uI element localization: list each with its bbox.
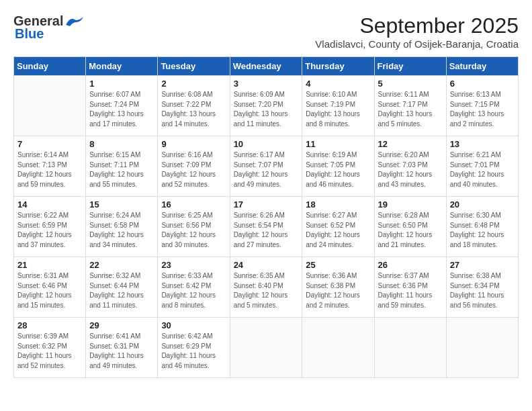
day-number: 26: [378, 260, 443, 270]
day-info: Sunrise: 6:41 AM Sunset: 6:31 PM Dayligh…: [89, 332, 154, 371]
calendar-week-row: 7Sunrise: 6:14 AM Sunset: 7:13 PM Daylig…: [14, 136, 519, 197]
day-number: 30: [161, 320, 226, 330]
day-of-week-header: Saturday: [446, 57, 518, 76]
day-number: 17: [234, 199, 299, 210]
day-info: Sunrise: 6:42 AM Sunset: 6:29 PM Dayligh…: [161, 332, 226, 371]
day-of-week-header: Wednesday: [230, 57, 302, 76]
calendar-day-cell: 7Sunrise: 6:14 AM Sunset: 7:13 PM Daylig…: [14, 136, 86, 197]
calendar-day-cell: 24Sunrise: 6:35 AM Sunset: 6:40 PM Dayli…: [230, 257, 302, 318]
day-info: Sunrise: 6:35 AM Sunset: 6:40 PM Dayligh…: [234, 271, 299, 310]
calendar-day-cell: 2Sunrise: 6:08 AM Sunset: 7:22 PM Daylig…: [158, 76, 230, 136]
calendar-day-cell: 10Sunrise: 6:17 AM Sunset: 7:07 PM Dayli…: [230, 136, 302, 197]
day-number: 6: [450, 79, 515, 89]
calendar-day-cell: 19Sunrise: 6:28 AM Sunset: 6:50 PM Dayli…: [374, 197, 446, 257]
day-number: 21: [17, 260, 82, 270]
day-number: 9: [161, 139, 226, 149]
day-number: 2: [161, 79, 226, 89]
calendar-day-cell: 12Sunrise: 6:20 AM Sunset: 7:03 PM Dayli…: [374, 136, 446, 197]
calendar-day-cell: [374, 318, 446, 378]
calendar-week-row: 21Sunrise: 6:31 AM Sunset: 6:46 PM Dayli…: [14, 257, 519, 318]
day-info: Sunrise: 6:10 AM Sunset: 7:19 PM Dayligh…: [306, 90, 370, 129]
day-number: 1: [89, 79, 154, 89]
day-info: Sunrise: 6:15 AM Sunset: 7:11 PM Dayligh…: [89, 150, 154, 189]
day-info: Sunrise: 6:22 AM Sunset: 6:59 PM Dayligh…: [17, 211, 82, 250]
calendar-day-cell: [302, 318, 374, 378]
day-number: 23: [161, 260, 226, 270]
calendar-week-row: 14Sunrise: 6:22 AM Sunset: 6:59 PM Dayli…: [14, 197, 519, 257]
day-info: Sunrise: 6:38 AM Sunset: 6:34 PM Dayligh…: [450, 271, 515, 310]
day-info: Sunrise: 6:25 AM Sunset: 6:56 PM Dayligh…: [161, 211, 226, 250]
day-info: Sunrise: 6:08 AM Sunset: 7:22 PM Dayligh…: [161, 90, 226, 129]
day-info: Sunrise: 6:11 AM Sunset: 7:17 PM Dayligh…: [378, 90, 443, 129]
day-info: Sunrise: 6:36 AM Sunset: 6:38 PM Dayligh…: [306, 271, 370, 310]
day-of-week-header: Thursday: [302, 57, 374, 76]
day-number: 20: [450, 199, 515, 210]
day-info: Sunrise: 6:17 AM Sunset: 7:07 PM Dayligh…: [234, 150, 299, 189]
day-info: Sunrise: 6:19 AM Sunset: 7:05 PM Dayligh…: [306, 150, 370, 189]
day-info: Sunrise: 6:07 AM Sunset: 7:24 PM Dayligh…: [89, 90, 154, 129]
calendar-day-cell: 29Sunrise: 6:41 AM Sunset: 6:31 PM Dayli…: [86, 318, 158, 378]
calendar-day-cell: 22Sunrise: 6:32 AM Sunset: 6:44 PM Dayli…: [86, 257, 158, 318]
logo-blue-text: Blue: [15, 26, 44, 42]
day-info: Sunrise: 6:21 AM Sunset: 7:01 PM Dayligh…: [450, 150, 515, 189]
day-info: Sunrise: 6:20 AM Sunset: 7:03 PM Dayligh…: [378, 150, 443, 189]
logo: General Blue: [13, 13, 85, 42]
day-number: 14: [17, 199, 82, 210]
calendar-title: September 2025: [315, 13, 519, 38]
day-number: 25: [306, 260, 370, 270]
day-number: 15: [89, 199, 154, 210]
calendar-day-cell: 13Sunrise: 6:21 AM Sunset: 7:01 PM Dayli…: [446, 136, 518, 197]
day-info: Sunrise: 6:33 AM Sunset: 6:42 PM Dayligh…: [161, 271, 226, 310]
day-info: Sunrise: 6:26 AM Sunset: 6:54 PM Dayligh…: [234, 211, 299, 250]
day-info: Sunrise: 6:32 AM Sunset: 6:44 PM Dayligh…: [89, 271, 154, 310]
day-info: Sunrise: 6:37 AM Sunset: 6:36 PM Dayligh…: [378, 271, 443, 310]
calendar-header: SundayMondayTuesdayWednesdayThursdayFrid…: [14, 57, 519, 76]
day-number: 12: [378, 139, 443, 149]
calendar-day-cell: 5Sunrise: 6:11 AM Sunset: 7:17 PM Daylig…: [374, 76, 446, 136]
day-info: Sunrise: 6:30 AM Sunset: 6:48 PM Dayligh…: [450, 211, 515, 250]
day-number: 27: [450, 260, 515, 270]
calendar-day-cell: 21Sunrise: 6:31 AM Sunset: 6:46 PM Dayli…: [14, 257, 86, 318]
calendar-day-cell: [446, 318, 518, 378]
calendar-day-cell: 6Sunrise: 6:13 AM Sunset: 7:15 PM Daylig…: [446, 76, 518, 136]
calendar-day-cell: 26Sunrise: 6:37 AM Sunset: 6:36 PM Dayli…: [374, 257, 446, 318]
day-number: 24: [234, 260, 299, 270]
day-info: Sunrise: 6:09 AM Sunset: 7:20 PM Dayligh…: [234, 90, 299, 129]
day-number: 7: [17, 139, 82, 149]
day-number: 28: [17, 320, 82, 330]
calendar-day-cell: 18Sunrise: 6:27 AM Sunset: 6:52 PM Dayli…: [302, 197, 374, 257]
calendar-table: SundayMondayTuesdayWednesdayThursdayFrid…: [13, 56, 519, 378]
calendar-day-cell: 8Sunrise: 6:15 AM Sunset: 7:11 PM Daylig…: [86, 136, 158, 197]
calendar-day-cell: [14, 76, 86, 136]
day-of-week-header: Monday: [86, 57, 158, 76]
day-number: 19: [378, 199, 443, 210]
title-block: September 2025 Vladislavci, County of Os…: [315, 13, 519, 50]
calendar-day-cell: 9Sunrise: 6:16 AM Sunset: 7:09 PM Daylig…: [158, 136, 230, 197]
day-info: Sunrise: 6:39 AM Sunset: 6:32 PM Dayligh…: [17, 332, 82, 371]
calendar-body: 1Sunrise: 6:07 AM Sunset: 7:24 PM Daylig…: [14, 76, 519, 378]
day-number: 16: [161, 199, 226, 210]
calendar-day-cell: 15Sunrise: 6:24 AM Sunset: 6:58 PM Dayli…: [86, 197, 158, 257]
day-number: 11: [306, 139, 370, 149]
day-info: Sunrise: 6:14 AM Sunset: 7:13 PM Dayligh…: [17, 150, 82, 189]
page-header: General Blue September 2025 Vladislavci,…: [13, 13, 519, 50]
day-of-week-header: Tuesday: [158, 57, 230, 76]
logo-bird-icon: [64, 15, 85, 28]
day-info: Sunrise: 6:13 AM Sunset: 7:15 PM Dayligh…: [450, 90, 515, 129]
day-info: Sunrise: 6:24 AM Sunset: 6:58 PM Dayligh…: [89, 211, 154, 250]
day-number: 5: [378, 79, 443, 89]
day-number: 3: [234, 79, 299, 89]
calendar-day-cell: 11Sunrise: 6:19 AM Sunset: 7:05 PM Dayli…: [302, 136, 374, 197]
day-number: 18: [306, 199, 370, 210]
day-number: 29: [89, 320, 154, 330]
calendar-subtitle: Vladislavci, County of Osijek-Baranja, C…: [315, 38, 519, 50]
calendar-day-cell: 27Sunrise: 6:38 AM Sunset: 6:34 PM Dayli…: [446, 257, 518, 318]
day-info: Sunrise: 6:31 AM Sunset: 6:46 PM Dayligh…: [17, 271, 82, 310]
calendar-day-cell: 17Sunrise: 6:26 AM Sunset: 6:54 PM Dayli…: [230, 197, 302, 257]
day-number: 8: [89, 139, 154, 149]
day-of-week-header: Friday: [374, 57, 446, 76]
calendar-week-row: 28Sunrise: 6:39 AM Sunset: 6:32 PM Dayli…: [14, 318, 519, 378]
calendar-day-cell: [230, 318, 302, 378]
day-of-week-header: Sunday: [14, 57, 86, 76]
day-number: 10: [234, 139, 299, 149]
